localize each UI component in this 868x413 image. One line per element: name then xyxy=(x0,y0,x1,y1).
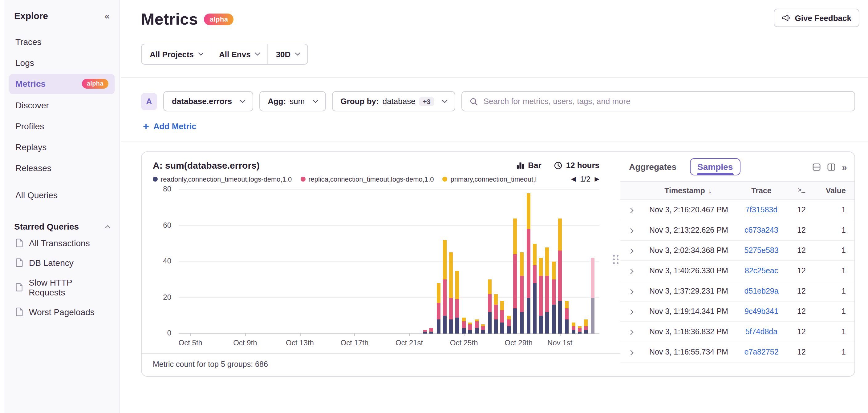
chart-bar[interactable] xyxy=(571,323,575,334)
chart-bar[interactable] xyxy=(430,328,433,334)
sample-profile-count: 12 xyxy=(788,206,815,214)
trace-link[interactable]: 5f74d8da xyxy=(735,328,788,336)
sample-row[interactable]: Nov 3, 2:13:22.626 PMc673a243121 xyxy=(620,220,855,241)
chart-plot[interactable]: Oct 5thOct 9thOct 13thOct 17thOct 21stOc… xyxy=(179,190,599,334)
chart-bar[interactable] xyxy=(468,323,472,334)
environment-filter-dropdown[interactable]: All Envs xyxy=(211,44,268,64)
sample-row[interactable]: Nov 3, 2:16:20.467 PM7f31583d121 xyxy=(620,200,855,220)
chart-bar[interactable] xyxy=(539,258,543,334)
chart-bar[interactable] xyxy=(565,301,568,334)
search-input[interactable] xyxy=(484,97,847,106)
expand-row-icon[interactable] xyxy=(628,249,633,254)
chart-bar[interactable] xyxy=(584,319,588,334)
sidebar-item-profiles[interactable]: Profiles xyxy=(9,116,115,136)
starred-queries-header[interactable]: Starred Queries xyxy=(14,221,110,231)
trace-link[interactable]: d51eb29a xyxy=(735,287,788,296)
chart-bar[interactable] xyxy=(552,262,556,334)
trace-link[interactable]: 5275e583 xyxy=(735,246,788,255)
sidebar-item-releases[interactable]: Releases xyxy=(9,158,115,178)
add-metric-button[interactable]: + Add Metric xyxy=(143,121,196,132)
sample-row[interactable]: Nov 3, 1:37:29.231 PMd51eb29a121 xyxy=(620,281,855,302)
chart-bar[interactable] xyxy=(462,317,466,334)
layout-columns-icon[interactable] xyxy=(827,163,835,171)
legend-prev-button[interactable]: ◀ xyxy=(571,176,576,182)
metric-select-dropdown[interactable]: database.errors xyxy=(163,91,253,111)
tab-samples[interactable]: Samples xyxy=(690,158,740,175)
group-by-value: database xyxy=(382,97,415,106)
expand-row-icon[interactable] xyxy=(628,289,633,295)
profile-column-icon[interactable]: >_ xyxy=(788,187,815,194)
sample-row[interactable]: Nov 3, 1:18:36.832 PM5f74d8da121 xyxy=(620,322,855,342)
layout-rows-icon[interactable] xyxy=(812,163,820,171)
chart-bar[interactable] xyxy=(449,253,453,334)
y-axis-label: 0 xyxy=(153,329,171,337)
aggregation-dropdown[interactable]: Agg: sum xyxy=(259,91,326,111)
sample-value: 1 xyxy=(815,226,855,235)
collapse-samples-icon[interactable]: » xyxy=(842,162,847,171)
trace-link[interactable]: 7f31583d xyxy=(735,206,788,214)
column-header-trace[interactable]: Trace xyxy=(735,186,788,195)
chart-bar[interactable] xyxy=(494,294,498,334)
starred-query-db-latency[interactable]: DB Latency xyxy=(9,253,115,272)
chart-bar[interactable] xyxy=(578,326,582,334)
chart-bar[interactable] xyxy=(591,258,594,334)
expand-row-icon[interactable] xyxy=(628,350,633,355)
starred-query-slow-http-requests[interactable]: Slow HTTP Requests xyxy=(9,273,115,301)
chart-bar[interactable] xyxy=(455,271,459,334)
chart-bar[interactable] xyxy=(475,319,478,334)
samples-tabs: Aggregates Samples » xyxy=(620,158,855,181)
panel-resize-handle[interactable] xyxy=(613,255,619,264)
column-header-timestamp[interactable]: Timestamp ↓ xyxy=(641,186,735,195)
expand-row-icon[interactable] xyxy=(628,208,633,213)
expand-row-icon[interactable] xyxy=(628,228,633,234)
trace-link[interactable]: e7a82752 xyxy=(735,348,788,356)
interval-button[interactable]: 12 hours xyxy=(554,161,599,170)
sidebar-item-metrics[interactable]: Metricsalpha xyxy=(9,74,115,94)
sample-row[interactable]: Nov 3, 1:16:55.734 PMe7a82752121 xyxy=(620,342,855,363)
chart-bar[interactable] xyxy=(482,325,485,334)
expand-row-icon[interactable] xyxy=(628,269,633,274)
expand-row-icon[interactable] xyxy=(628,330,633,335)
chart-bar[interactable] xyxy=(443,240,446,334)
chart-bar[interactable] xyxy=(558,218,562,334)
sidebar-item-all-queries[interactable]: All Queries xyxy=(9,185,115,205)
sidebar-item-replays[interactable]: Replays xyxy=(9,137,115,157)
trace-link[interactable]: 9c49b341 xyxy=(735,307,788,316)
sidebar-item-discover[interactable]: Discover xyxy=(9,95,115,115)
column-header-value[interactable]: Value xyxy=(815,186,855,195)
sample-row[interactable]: Nov 3, 2:02:34.368 PM5275e583121 xyxy=(620,241,855,261)
trace-link[interactable]: 82c25eac xyxy=(735,267,788,275)
give-feedback-button[interactable]: Give Feedback xyxy=(774,9,859,27)
chart-bar[interactable] xyxy=(423,330,427,334)
display-mode-button[interactable]: Bar xyxy=(516,161,541,170)
legend-item[interactable]: readonly,connection_timeout,logs-demo,1.… xyxy=(153,175,292,183)
chart-footer: Metric count for top 5 groups: 686 xyxy=(142,353,620,376)
chart-bar[interactable] xyxy=(488,280,491,334)
expand-row-icon[interactable] xyxy=(628,310,633,315)
group-by-dropdown[interactable]: Group by: database +3 xyxy=(332,91,455,111)
chart-bar[interactable] xyxy=(526,193,530,334)
chart-bar[interactable] xyxy=(437,283,440,334)
chart-bar[interactable] xyxy=(500,301,504,334)
interval-label: 12 hours xyxy=(566,161,599,170)
legend-next-button[interactable]: ▶ xyxy=(595,176,599,182)
date-range-dropdown[interactable]: 30D xyxy=(268,44,307,64)
chart-bar[interactable] xyxy=(533,244,536,334)
legend-item[interactable]: replica,connection_timeout,logs-demo,1.0 xyxy=(300,175,434,183)
sample-row[interactable]: Nov 3, 1:40:26.330 PM82c25eac121 xyxy=(620,261,855,281)
legend-item[interactable]: primary,connection_timeout,l xyxy=(442,175,536,183)
chart-bar[interactable] xyxy=(546,247,549,334)
sidebar-item-logs[interactable]: Logs xyxy=(9,53,115,73)
sidebar-collapse-icon[interactable]: « xyxy=(104,10,110,21)
chart-bar[interactable] xyxy=(520,253,523,334)
project-filter-dropdown[interactable]: All Projects xyxy=(142,44,211,64)
starred-query-all-transactions[interactable]: All Transactions xyxy=(9,234,115,252)
chart-bar[interactable] xyxy=(507,316,511,334)
sample-row[interactable]: Nov 3, 1:19:14.341 PM9c49b341121 xyxy=(620,302,855,322)
sidebar-item-traces[interactable]: Traces xyxy=(9,32,115,52)
tab-aggregates[interactable]: Aggregates xyxy=(629,162,676,172)
trace-link[interactable]: c673a243 xyxy=(735,226,788,235)
chart-bar[interactable] xyxy=(514,218,517,334)
starred-query-worst-pageloads[interactable]: Worst Pageloads xyxy=(9,303,115,321)
search-input-wrapper[interactable] xyxy=(461,91,855,111)
